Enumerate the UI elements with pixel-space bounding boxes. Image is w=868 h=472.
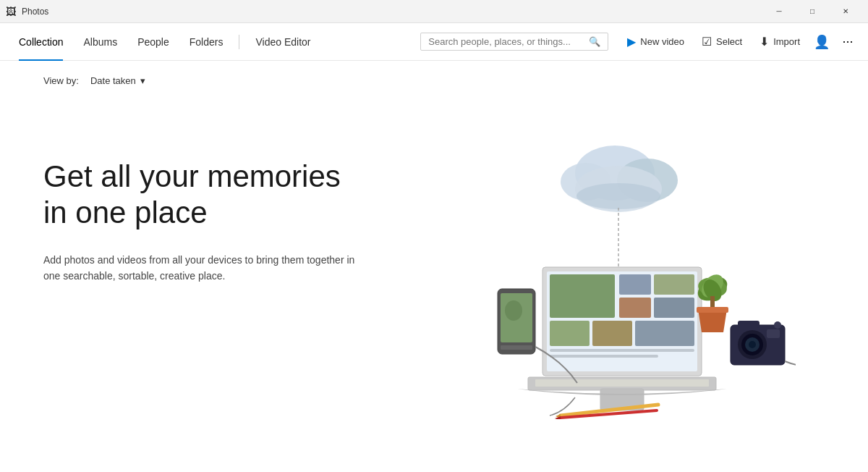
view-by-value: Date taken: [90, 75, 136, 86]
nav-video-editor[interactable]: Video Editor: [245, 23, 320, 61]
new-video-label: New video: [640, 36, 684, 47]
cloud-shape: [561, 146, 678, 212]
search-input[interactable]: [428, 36, 584, 47]
svg-rect-15: [635, 321, 694, 346]
svg-rect-17: [550, 355, 658, 358]
app-icon: 🖼: [6, 6, 16, 17]
svg-rect-12: [654, 298, 694, 318]
title-bar-controls: ─ □ ✕: [762, 0, 862, 23]
search-bar[interactable]: 🔍: [420, 33, 608, 51]
hero-subtext: Add photos and videos from all your devi…: [43, 252, 362, 285]
nav-collection[interactable]: Collection: [9, 23, 73, 61]
select-label: Select: [716, 36, 742, 47]
svg-rect-9: [619, 274, 651, 295]
hero-text: Get all your memories in one place Add p…: [43, 130, 420, 285]
view-by-label: View by:: [43, 75, 79, 86]
svg-rect-11: [619, 298, 651, 318]
title-bar-left: 🖼 Photos: [6, 6, 48, 17]
import-button[interactable]: ⬇ Import: [752, 30, 807, 53]
nav-divider: [239, 35, 239, 49]
hero-headline: Get all your memories in one place: [43, 159, 420, 232]
close-button[interactable]: ✕: [829, 0, 862, 23]
svg-rect-10: [654, 274, 694, 295]
title-bar: 🖼 Photos ─ □ ✕: [0, 0, 868, 23]
import-label: Import: [773, 36, 800, 47]
new-video-button[interactable]: ▶ New video: [620, 30, 692, 53]
laptop: [517, 267, 727, 410]
svg-rect-19: [535, 379, 709, 387]
nav-folders[interactable]: Folders: [179, 23, 234, 61]
main-content: Get all your memories in one place Add p…: [0, 101, 868, 434]
select-icon: ☑: [702, 35, 712, 49]
headline-line2: in one place: [43, 195, 208, 229]
svg-rect-13: [550, 321, 590, 346]
more-icon: ···: [842, 34, 853, 49]
minimize-button[interactable]: ─: [762, 0, 796, 23]
nav-people[interactable]: People: [127, 23, 179, 61]
new-video-icon: ▶: [627, 35, 636, 49]
hero-illustration: [420, 130, 825, 419]
nav-albums[interactable]: Albums: [73, 23, 127, 61]
svg-rect-37: [767, 329, 780, 338]
svg-point-4: [576, 183, 660, 209]
camera: [731, 321, 796, 370]
navbar: Collection Albums People Folders Video E…: [0, 23, 868, 61]
headline-line1: Get all your memories: [43, 159, 341, 193]
maximize-button[interactable]: □: [796, 0, 829, 23]
svg-rect-24: [501, 345, 532, 350]
svg-point-23: [505, 300, 522, 321]
view-by-select[interactable]: Date taken ▾: [85, 72, 151, 89]
svg-point-38: [774, 321, 781, 329]
illustration-svg: [448, 130, 796, 419]
search-icon: 🔍: [589, 36, 600, 47]
svg-point-35: [749, 341, 756, 348]
account-icon: 👤: [814, 34, 830, 50]
app-title: Photos: [22, 7, 48, 17]
chevron-down-icon: ▾: [140, 75, 145, 86]
select-button[interactable]: ☑ Select: [694, 30, 749, 53]
svg-rect-14: [592, 321, 632, 346]
import-icon: ⬇: [760, 35, 769, 49]
svg-rect-30: [697, 307, 728, 313]
svg-rect-8: [550, 274, 615, 318]
view-by-bar: View by: Date taken ▾: [0, 61, 868, 101]
account-button[interactable]: 👤: [810, 30, 833, 54]
svg-rect-16: [550, 349, 694, 352]
toolbar-right: ▶ New video ☑ Select ⬇ Import 👤 ···: [620, 30, 859, 54]
more-button[interactable]: ···: [836, 30, 859, 54]
svg-rect-36: [738, 321, 760, 328]
